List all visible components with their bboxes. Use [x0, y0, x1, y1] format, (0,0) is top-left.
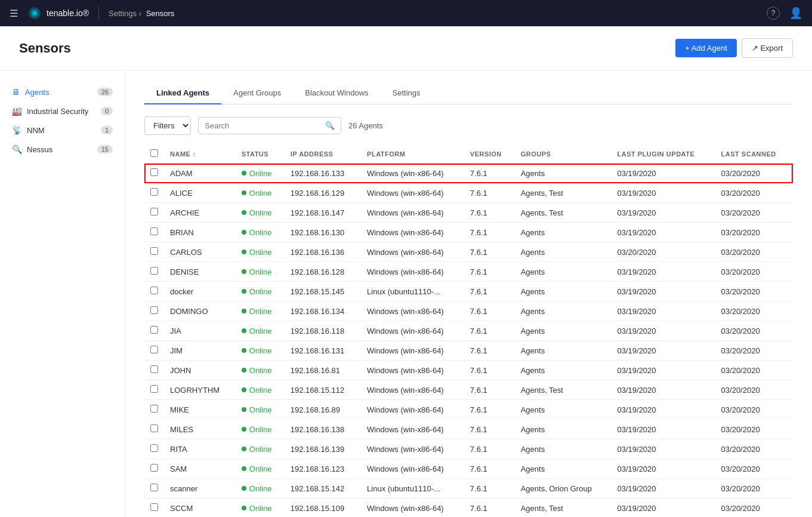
export-button[interactable]: ↗ Export [742, 38, 793, 58]
table-row[interactable]: scannerOnline192.168.15.142Linux (ubuntu… [144, 479, 793, 498]
row-checkbox-14[interactable] [144, 439, 164, 459]
row-last-plugin-2: 03/19/2020 [611, 203, 715, 223]
table-row[interactable]: RITAOnline192.168.16.139Windows (win-x86… [144, 439, 793, 459]
table-row[interactable]: LOGRHYTHMOnline192.168.15.112Windows (wi… [144, 380, 793, 400]
row-checkbox-13[interactable] [144, 420, 164, 439]
search-box: 🔍 [198, 117, 341, 134]
row-status-3: Online [236, 223, 285, 242]
row-checkbox-15[interactable] [144, 459, 164, 479]
table-row[interactable]: dockerOnline192.168.15.145Linux (ubuntu1… [144, 282, 793, 301]
checkbox-3[interactable] [150, 227, 158, 235]
table-row[interactable]: JIMOnline192.168.16.131Windows (win-x86-… [144, 341, 793, 361]
row-version-4: 7.6.1 [464, 242, 515, 262]
checkbox-1[interactable] [150, 188, 158, 196]
agent-count: 26 Agents [348, 121, 383, 130]
checkbox-15[interactable] [150, 464, 158, 472]
app-name: tenable.io® [47, 8, 89, 18]
agents-table-wrap: NAME ↑ STATUS IP ADDRESS PLATFORM VERSIO… [144, 144, 793, 517]
row-checkbox-4[interactable] [144, 242, 164, 262]
row-checkbox-12[interactable] [144, 400, 164, 420]
table-row[interactable]: ADAMOnline192.168.16.133Windows (win-x86… [144, 164, 793, 183]
checkbox-9[interactable] [150, 346, 158, 353]
table-row[interactable]: ALICEOnline192.168.16.129Windows (win-x8… [144, 183, 793, 203]
table-row[interactable]: JOHNOnline192.168.16.81Windows (win-x86-… [144, 361, 793, 380]
filters-select[interactable]: Filters [144, 116, 191, 135]
user-icon[interactable]: 👤 [789, 7, 802, 20]
row-checkbox-5[interactable] [144, 262, 164, 282]
row-checkbox-1[interactable] [144, 183, 164, 203]
checkbox-13[interactable] [150, 424, 158, 432]
col-name[interactable]: NAME ↑ [164, 144, 236, 164]
checkbox-7[interactable] [150, 306, 158, 314]
table-row[interactable]: DOMINGOOnline192.168.16.134Windows (win-… [144, 301, 793, 321]
add-agent-button[interactable]: + Add Agent [675, 39, 736, 57]
table-row[interactable]: CARLOSOnline192.168.16.136Windows (win-x… [144, 242, 793, 262]
table-row[interactable]: MIKEOnline192.168.16.89Windows (win-x86-… [144, 400, 793, 420]
table-row[interactable]: JIAOnline192.168.16.118Windows (win-x86-… [144, 321, 793, 341]
row-checkbox-17[interactable] [144, 498, 164, 518]
status-label-14: Online [249, 445, 272, 454]
row-status-5: Online [236, 262, 285, 282]
row-last-scanned-10: 03/20/2020 [715, 361, 793, 380]
row-version-17: 7.6.1 [464, 498, 515, 518]
row-checkbox-11[interactable] [144, 380, 164, 400]
row-platform-11: Windows (win-x86-64) [361, 380, 464, 400]
tab-linked-agents[interactable]: Linked Agents [144, 82, 221, 104]
breadcrumb-current: Sensors [146, 9, 175, 18]
row-checkbox-16[interactable] [144, 479, 164, 498]
row-checkbox-8[interactable] [144, 321, 164, 341]
tab-blackout-windows[interactable]: Blackout Windows [293, 82, 380, 104]
select-all-checkbox[interactable] [150, 149, 158, 157]
row-checkbox-9[interactable] [144, 341, 164, 361]
row-checkbox-10[interactable] [144, 361, 164, 380]
help-icon[interactable]: ? [767, 7, 780, 20]
row-checkbox-3[interactable] [144, 223, 164, 242]
row-groups-6: Agents [515, 282, 612, 301]
row-last-plugin-15: 03/19/2020 [611, 459, 715, 479]
checkbox-2[interactable] [150, 208, 158, 216]
checkbox-14[interactable] [150, 444, 158, 452]
checkbox-4[interactable] [150, 247, 158, 255]
row-last-scanned-5: 03/20/2020 [715, 262, 793, 282]
checkbox-12[interactable] [150, 405, 158, 413]
row-platform-6: Linux (ubuntu1110-... [361, 282, 464, 301]
hamburger-icon[interactable]: ☰ [10, 8, 18, 19]
sidebar-item-nessus[interactable]: 🔍Nessus15 [0, 140, 125, 159]
row-last-scanned-2: 03/20/2020 [715, 203, 793, 223]
sidebar-item-industrial-security[interactable]: 🏭Industrial Security0 [0, 101, 125, 121]
checkbox-5[interactable] [150, 267, 158, 275]
table-row[interactable]: MILESOnline192.168.16.138Windows (win-x8… [144, 420, 793, 439]
row-ip-12: 192.168.16.89 [285, 400, 361, 420]
checkbox-11[interactable] [150, 385, 158, 393]
table-row[interactable]: SAMOnline192.168.16.123Windows (win-x86-… [144, 459, 793, 479]
row-checkbox-7[interactable] [144, 301, 164, 321]
row-checkbox-6[interactable] [144, 282, 164, 301]
row-version-1: 7.6.1 [464, 183, 515, 203]
row-version-12: 7.6.1 [464, 400, 515, 420]
checkbox-16[interactable] [150, 484, 158, 491]
table-row[interactable]: SCCMOnline192.168.15.109Windows (win-x86… [144, 498, 793, 518]
sidebar-item-agents[interactable]: 🖥Agents26 [0, 82, 125, 101]
table-row[interactable]: ARCHIEOnline192.168.16.147Windows (win-x… [144, 203, 793, 223]
checkbox-8[interactable] [150, 326, 158, 334]
checkbox-17[interactable] [150, 503, 158, 511]
row-last-plugin-6: 03/19/2020 [611, 282, 715, 301]
row-ip-15: 192.168.16.123 [285, 459, 361, 479]
table-row[interactable]: BRIANOnline192.168.16.130Windows (win-x8… [144, 223, 793, 242]
table-row[interactable]: DENISEOnline192.168.16.128Windows (win-x… [144, 262, 793, 282]
breadcrumb-parent[interactable]: Settings [109, 9, 137, 18]
row-checkbox-2[interactable] [144, 203, 164, 223]
sidebar-item-nnm[interactable]: 📡NNM1 [0, 121, 125, 140]
row-name-2: ARCHIE [164, 203, 236, 223]
checkbox-10[interactable] [150, 365, 158, 373]
tab-agent-groups[interactable]: Agent Groups [221, 82, 293, 104]
row-last-scanned-17: 03/20/2020 [715, 498, 793, 518]
svg-point-2 [33, 11, 36, 15]
row-checkbox-0[interactable] [144, 164, 164, 183]
search-input[interactable] [205, 121, 322, 130]
status-dot-4 [242, 250, 246, 254]
row-last-plugin-8: 03/19/2020 [611, 321, 715, 341]
tab-settings[interactable]: Settings [381, 82, 433, 104]
checkbox-6[interactable] [150, 287, 158, 294]
checkbox-0[interactable] [150, 168, 158, 176]
